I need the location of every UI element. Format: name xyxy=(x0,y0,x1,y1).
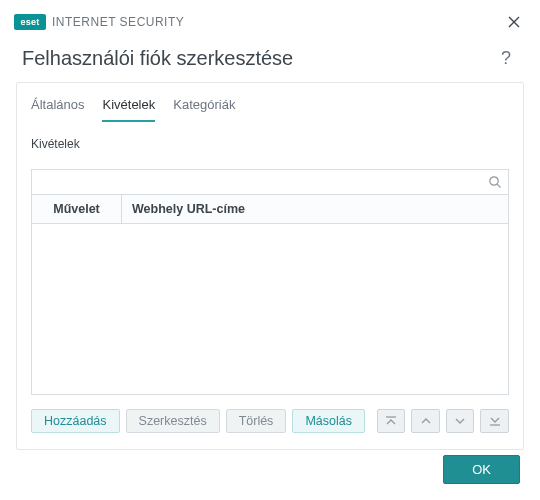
section-label: Kivételek xyxy=(17,123,523,159)
exceptions-table: Művelet Webhely URL-címe xyxy=(31,195,509,395)
header: Felhasználói fiók szerkesztése ? xyxy=(0,40,540,82)
table-header: Művelet Webhely URL-címe xyxy=(32,195,508,224)
chevron-up-icon xyxy=(420,415,432,427)
copy-button[interactable]: Másolás xyxy=(292,409,365,433)
tab-categories[interactable]: Kategóriák xyxy=(173,93,235,122)
table-body xyxy=(32,224,508,394)
add-button[interactable]: Hozzáadás xyxy=(31,409,120,433)
tab-bar: Általános Kivételek Kategóriák xyxy=(17,83,523,123)
brand-badge: eset xyxy=(14,14,46,30)
svg-point-0 xyxy=(490,177,498,185)
brand-logo: eset INTERNET SECURITY xyxy=(14,14,184,30)
column-url[interactable]: Webhely URL-címe xyxy=(122,195,508,223)
column-action[interactable]: Művelet xyxy=(32,195,122,223)
delete-button: Törlés xyxy=(226,409,287,433)
titlebar: eset INTERNET SECURITY xyxy=(0,0,540,40)
footer: OK xyxy=(443,455,520,484)
main-panel: Általános Kivételek Kategóriák Kivételek… xyxy=(16,82,524,450)
search-icon xyxy=(488,175,502,189)
move-top-button[interactable] xyxy=(377,409,406,433)
tab-general[interactable]: Általános xyxy=(31,93,84,122)
chevron-bottom-icon xyxy=(489,415,501,427)
tab-exceptions[interactable]: Kivételek xyxy=(102,93,155,122)
move-up-button[interactable] xyxy=(411,409,440,433)
edit-button: Szerkesztés xyxy=(126,409,220,433)
page-title: Felhasználói fiók szerkesztése xyxy=(22,47,494,70)
ok-button[interactable]: OK xyxy=(443,455,520,484)
move-bottom-button[interactable] xyxy=(480,409,509,433)
chevron-down-icon xyxy=(454,415,466,427)
search-row[interactable] xyxy=(31,169,509,195)
move-down-button[interactable] xyxy=(446,409,475,433)
close-icon xyxy=(508,16,520,28)
action-row: Hozzáadás Szerkesztés Törlés Másolás xyxy=(17,395,523,433)
close-button[interactable] xyxy=(500,8,528,36)
brand-name: INTERNET SECURITY xyxy=(52,15,184,29)
svg-line-1 xyxy=(497,184,500,187)
chevron-top-icon xyxy=(385,415,397,427)
help-button[interactable]: ? xyxy=(494,46,518,70)
